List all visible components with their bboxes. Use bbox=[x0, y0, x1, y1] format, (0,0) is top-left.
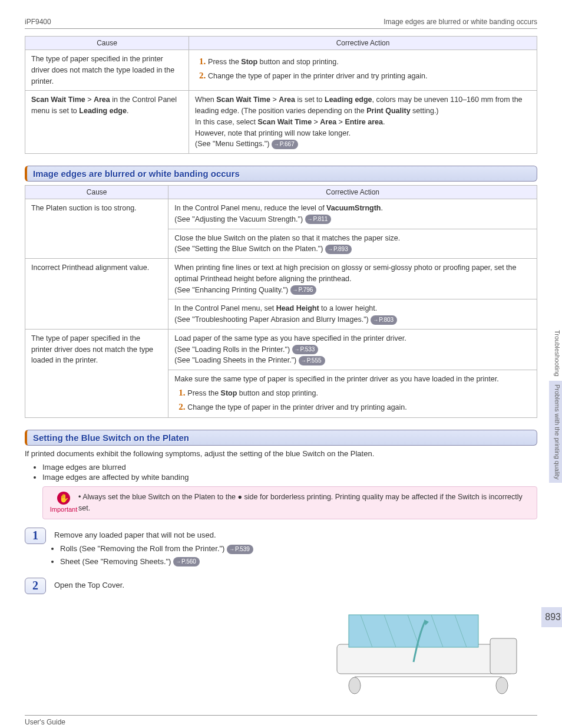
troubleshoot-table-2: Cause Corrective Action The Platen sucti… bbox=[25, 185, 537, 418]
th-action: Corrective Action bbox=[189, 37, 537, 50]
section-title-blueswitch: Setting the Blue Switch on the Platen bbox=[25, 430, 537, 446]
section-title-blurred: Image edges are blurred or white banding… bbox=[25, 166, 537, 182]
important-icon: ✋ Important bbox=[49, 492, 78, 514]
page-footer: User's Guide bbox=[25, 715, 537, 726]
action-cell: Press the Stop button and stop printing.… bbox=[189, 50, 537, 91]
table-row: The type of paper specified in the print… bbox=[25, 50, 537, 91]
page-ref[interactable]: P.539 bbox=[227, 545, 253, 554]
side-tabs: Troubleshooting Problems with the printi… bbox=[549, 330, 562, 485]
list-item: Rolls (See "Removing the Roll from the P… bbox=[60, 543, 537, 555]
hand-icon: ✋ bbox=[57, 492, 70, 505]
side-tab-problems: Problems with the printing quality bbox=[549, 381, 562, 483]
list-item: Change the type of paper in the printer … bbox=[208, 69, 531, 82]
step-number: 2 bbox=[25, 578, 46, 594]
cause-cell: The type of paper specified in the print… bbox=[25, 50, 189, 91]
action-cell: When printing fine lines or text at high… bbox=[168, 259, 537, 299]
action-cell: In the Control Panel menu, reduce the le… bbox=[168, 199, 537, 229]
th-cause: Cause bbox=[25, 186, 168, 199]
page-ref[interactable]: P.811 bbox=[305, 215, 332, 224]
action-cell: Load paper of the same type as you have … bbox=[168, 329, 537, 370]
page-ref[interactable]: P.803 bbox=[371, 315, 397, 325]
important-label: Important bbox=[50, 506, 77, 513]
page-ref[interactable]: P.533 bbox=[292, 345, 319, 354]
header-left: iPF9400 bbox=[25, 18, 51, 26]
list-item: Image edges are blurred bbox=[42, 463, 537, 472]
important-note: ✋ Important • Always set the blue Switch… bbox=[42, 486, 537, 519]
cause-cell: The Platen suction is too strong. bbox=[25, 199, 168, 259]
step-body: Remove any loaded paper that will not be… bbox=[54, 528, 537, 572]
page-ref[interactable]: P.893 bbox=[325, 245, 352, 254]
list-item: Press the Stop button and stop printing. bbox=[187, 386, 531, 399]
svg-rect-8 bbox=[490, 638, 517, 674]
th-cause: Cause bbox=[25, 37, 189, 50]
step: 1 Remove any loaded paper that will not … bbox=[25, 528, 537, 572]
action-cell: In the Control Panel menu, set Head Heig… bbox=[168, 299, 537, 330]
svg-point-9 bbox=[349, 677, 361, 694]
table-row: Incorrect Printhead alignment value.When… bbox=[25, 259, 537, 299]
th-action: Corrective Action bbox=[168, 186, 537, 199]
step-number: 1 bbox=[25, 528, 46, 544]
side-tab-troubleshooting: Troubleshooting bbox=[554, 330, 561, 376]
list-item: Press the Stop button and stop printing. bbox=[208, 55, 531, 68]
table-row: The type of paper specified in the print… bbox=[25, 329, 537, 370]
page-header: iPF9400 Image edges are blurred or white… bbox=[25, 18, 537, 29]
note-body: • Always set the blue Switch on the Plat… bbox=[78, 492, 531, 514]
header-right: Image edges are blurred or white banding… bbox=[384, 18, 537, 26]
cause-cell: Incorrect Printhead alignment value. bbox=[25, 259, 168, 330]
troubleshoot-table-1: Cause Corrective Action The type of pape… bbox=[25, 36, 537, 154]
list-item: Sheet (See "Removing Sheets.") P.560 bbox=[60, 556, 537, 568]
list-item: Image edges are affected by white bandin… bbox=[42, 473, 537, 482]
action-cell: Make sure the same type of paper is spec… bbox=[168, 370, 537, 418]
step-body: Open the Top Cover. bbox=[54, 578, 537, 697]
footer-left: User's Guide bbox=[25, 718, 65, 726]
cause-cell: The type of paper specified in the print… bbox=[25, 329, 168, 418]
page-ref[interactable]: P.796 bbox=[290, 285, 317, 295]
symptom-list: Image edges are blurredImage edges are a… bbox=[42, 463, 537, 482]
page-ref[interactable]: P.560 bbox=[173, 557, 200, 566]
page-ref[interactable]: P.667 bbox=[272, 140, 298, 149]
printer-illustration bbox=[325, 591, 537, 697]
section-intro: If printed documents exhibit the followi… bbox=[25, 449, 537, 458]
step: 2 Open the Top Cover. bbox=[25, 578, 537, 697]
svg-point-10 bbox=[496, 677, 508, 694]
page-number: 893 bbox=[541, 607, 562, 627]
page-ref[interactable]: P.555 bbox=[299, 356, 325, 365]
list-item: Change the type of paper in the printer … bbox=[187, 400, 531, 413]
table-row: The Platen suction is too strong.In the … bbox=[25, 199, 537, 229]
svg-rect-0 bbox=[337, 644, 514, 674]
action-cell: When Scan Wait Time > Area is set to Lea… bbox=[189, 91, 537, 154]
cause-cell: Scan Wait Time > Area in the Control Pan… bbox=[25, 91, 189, 154]
action-cell: Close the blue Switch on the platen so t… bbox=[168, 229, 537, 259]
table-row: Scan Wait Time > Area in the Control Pan… bbox=[25, 91, 537, 154]
